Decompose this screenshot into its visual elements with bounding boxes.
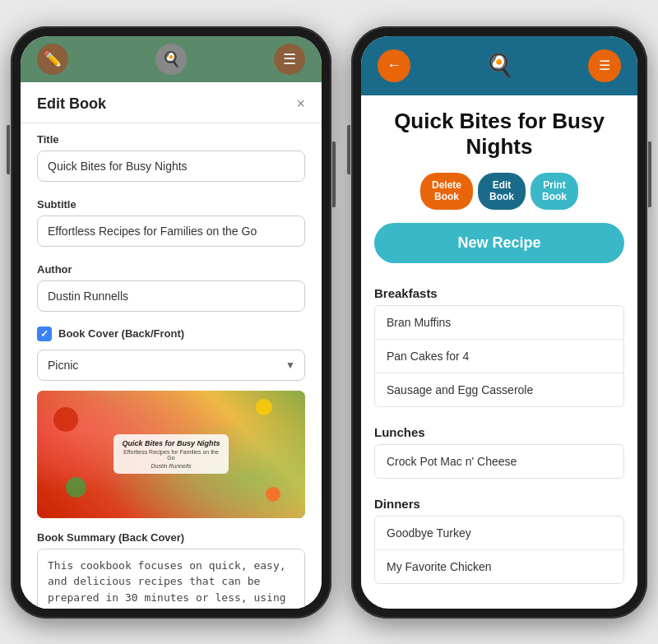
title-label: Title — [37, 133, 305, 146]
left-header-bar: ✏️ 🍳 ☰ — [21, 36, 322, 82]
right-phone-screen: ← 🍳 ☰ Quick Bites for Busy Nights Delete… — [361, 36, 637, 609]
menu-hamburger-icon: ☰ — [599, 58, 610, 73]
new-recipe-button[interactable]: New Recipe — [374, 223, 624, 263]
author-input[interactable] — [37, 280, 305, 312]
close-button[interactable]: × — [296, 96, 305, 111]
breakfasts-recipe-list: Bran Muffins Pan Cakes for 4 Sausage and… — [374, 305, 624, 407]
book-cover-checkbox-row[interactable]: Book Cover (Back/Front) — [21, 318, 322, 350]
cover-author-text: Dustin Runnells — [122, 463, 220, 469]
chef-hat-icon: 🍳 — [485, 52, 514, 79]
book-cover-preview: Quick Bites for Busy Nights Effortless R… — [37, 391, 305, 518]
action-buttons-row: DeleteBook EditBook PrintBook — [374, 173, 624, 210]
cover-title-text: Quick Bites for Busy Nights — [122, 439, 220, 448]
recipe-item-favorite-chicken[interactable]: My Favorite Chicken — [375, 550, 623, 583]
title-input[interactable] — [37, 151, 305, 182]
modal-header: Edit Book × — [21, 82, 322, 123]
delete-book-button[interactable]: DeleteBook — [420, 173, 473, 210]
recipe-item-pancakes[interactable]: Pan Cakes for 4 — [375, 340, 623, 373]
author-group: Author — [21, 253, 322, 318]
left-header-chef-icon: 🍳 — [155, 44, 187, 75]
back-button[interactable]: ← — [378, 49, 410, 82]
author-label: Author — [37, 263, 305, 276]
summary-textarea[interactable]: This cookbook focuses on quick, easy, an… — [37, 549, 305, 609]
right-phone: ← 🍳 ☰ Quick Bites for Busy Nights Delete… — [351, 26, 647, 619]
title-group: Title — [21, 123, 322, 188]
dinners-recipe-list: Goodbye Turkey My Favorite Chicken — [374, 516, 624, 584]
menu-button[interactable]: ☰ — [588, 49, 621, 82]
cover-subtitle-text: Effortless Recipes for Families on the G… — [122, 449, 220, 461]
section-breakfasts-header: Breakfasts — [374, 280, 624, 305]
book-cover-text: Quick Bites for Busy Nights Effortless R… — [114, 434, 229, 475]
cover-style-wrapper: Picnic Classic Modern Rustic ▼ — [37, 350, 305, 381]
recipe-item-goodbye-turkey[interactable]: Goodbye Turkey — [375, 517, 623, 550]
right-content-area: Quick Bites for Busy Nights DeleteBook E… — [361, 95, 637, 595]
subtitle-group: Subtitle — [21, 188, 322, 253]
left-header-edit-icon[interactable]: ✏️ — [37, 44, 68, 75]
app-logo: 🍳 — [485, 52, 514, 79]
left-phone: ✏️ 🍳 ☰ Edit Book × Title Subtitle — [11, 26, 331, 619]
recipe-item-casserole[interactable]: Sausage and Egg Casserole — [375, 373, 623, 406]
recipe-item-mac-cheese[interactable]: Crock Pot Mac n' Cheese — [375, 445, 623, 478]
print-book-button[interactable]: PrintBook — [531, 173, 578, 210]
left-phone-screen: ✏️ 🍳 ☰ Edit Book × Title Subtitle — [21, 36, 322, 609]
summary-label: Book Summary (Back Cover) — [21, 528, 322, 549]
recipe-item-bran-muffins[interactable]: Bran Muffins — [375, 306, 623, 340]
subtitle-input[interactable] — [37, 215, 305, 247]
cover-style-select[interactable]: Picnic Classic Modern Rustic — [37, 350, 305, 381]
section-dinners-header: Dinners — [374, 490, 624, 516]
right-header-bar: ← 🍳 ☰ — [361, 36, 637, 95]
book-cover-label: Book Cover (Back/Front) — [58, 327, 184, 340]
subtitle-label: Subtitle — [37, 198, 305, 211]
book-title: Quick Bites for Busy Nights — [374, 109, 624, 160]
lunches-recipe-list: Crock Pot Mac n' Cheese — [374, 444, 624, 479]
back-arrow-icon: ← — [387, 57, 401, 74]
left-header-menu-icon[interactable]: ☰ — [274, 44, 305, 75]
edit-book-button[interactable]: EditBook — [478, 173, 526, 210]
section-lunches-header: Lunches — [374, 419, 624, 444]
modal-title: Edit Book — [37, 95, 106, 113]
book-cover-checkbox[interactable] — [37, 327, 52, 341]
edit-book-modal: Edit Book × Title Subtitle Author — [21, 82, 322, 609]
